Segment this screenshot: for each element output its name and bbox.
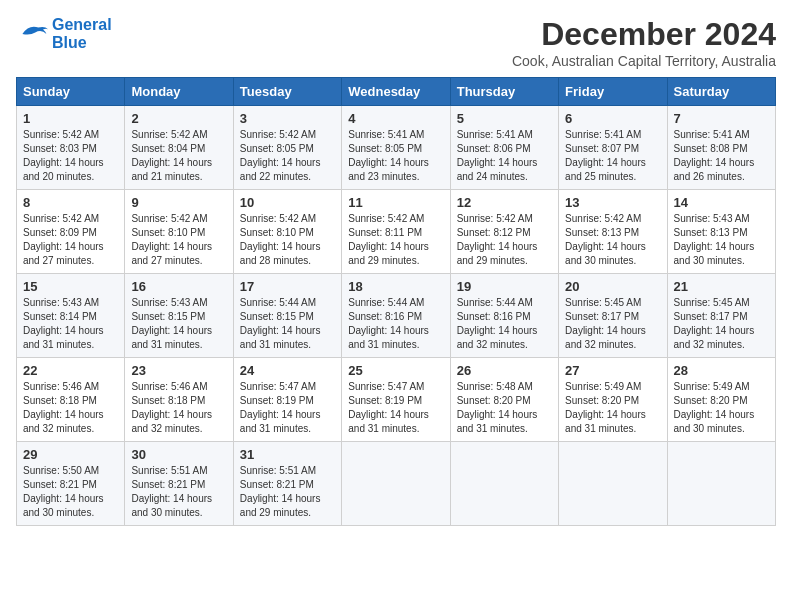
cell-info: Sunrise: 5:43 AM Sunset: 8:14 PM Dayligh… bbox=[23, 297, 104, 350]
calendar-cell: 31Sunrise: 5:51 AM Sunset: 8:21 PM Dayli… bbox=[233, 442, 341, 526]
day-number: 3 bbox=[240, 111, 335, 126]
calendar-cell: 13Sunrise: 5:42 AM Sunset: 8:13 PM Dayli… bbox=[559, 190, 667, 274]
cell-info: Sunrise: 5:42 AM Sunset: 8:10 PM Dayligh… bbox=[240, 213, 321, 266]
cell-info: Sunrise: 5:42 AM Sunset: 8:12 PM Dayligh… bbox=[457, 213, 538, 266]
calendar-cell: 14Sunrise: 5:43 AM Sunset: 8:13 PM Dayli… bbox=[667, 190, 775, 274]
cell-info: Sunrise: 5:50 AM Sunset: 8:21 PM Dayligh… bbox=[23, 465, 104, 518]
cell-info: Sunrise: 5:44 AM Sunset: 8:15 PM Dayligh… bbox=[240, 297, 321, 350]
header: General Blue December 2024 Cook, Austral… bbox=[16, 16, 776, 69]
day-header-thursday: Thursday bbox=[450, 78, 558, 106]
day-number: 19 bbox=[457, 279, 552, 294]
day-number: 27 bbox=[565, 363, 660, 378]
day-number: 24 bbox=[240, 363, 335, 378]
cell-info: Sunrise: 5:49 AM Sunset: 8:20 PM Dayligh… bbox=[565, 381, 646, 434]
calendar-cell: 3Sunrise: 5:42 AM Sunset: 8:05 PM Daylig… bbox=[233, 106, 341, 190]
day-number: 7 bbox=[674, 111, 769, 126]
calendar-cell: 19Sunrise: 5:44 AM Sunset: 8:16 PM Dayli… bbox=[450, 274, 558, 358]
subtitle: Cook, Australian Capital Territory, Aust… bbox=[512, 53, 776, 69]
day-number: 8 bbox=[23, 195, 118, 210]
calendar-cell: 20Sunrise: 5:45 AM Sunset: 8:17 PM Dayli… bbox=[559, 274, 667, 358]
month-title: December 2024 bbox=[512, 16, 776, 53]
day-number: 31 bbox=[240, 447, 335, 462]
day-number: 15 bbox=[23, 279, 118, 294]
day-number: 23 bbox=[131, 363, 226, 378]
calendar-cell: 26Sunrise: 5:48 AM Sunset: 8:20 PM Dayli… bbox=[450, 358, 558, 442]
calendar-cell: 25Sunrise: 5:47 AM Sunset: 8:19 PM Dayli… bbox=[342, 358, 450, 442]
day-number: 21 bbox=[674, 279, 769, 294]
calendar-cell: 22Sunrise: 5:46 AM Sunset: 8:18 PM Dayli… bbox=[17, 358, 125, 442]
calendar-cell bbox=[667, 442, 775, 526]
calendar-cell: 8Sunrise: 5:42 AM Sunset: 8:09 PM Daylig… bbox=[17, 190, 125, 274]
day-header-sunday: Sunday bbox=[17, 78, 125, 106]
calendar-cell: 10Sunrise: 5:42 AM Sunset: 8:10 PM Dayli… bbox=[233, 190, 341, 274]
logo-text: General Blue bbox=[52, 16, 112, 52]
cell-info: Sunrise: 5:43 AM Sunset: 8:13 PM Dayligh… bbox=[674, 213, 755, 266]
cell-info: Sunrise: 5:51 AM Sunset: 8:21 PM Dayligh… bbox=[240, 465, 321, 518]
calendar-cell bbox=[559, 442, 667, 526]
cell-info: Sunrise: 5:42 AM Sunset: 8:04 PM Dayligh… bbox=[131, 129, 212, 182]
cell-info: Sunrise: 5:42 AM Sunset: 8:13 PM Dayligh… bbox=[565, 213, 646, 266]
calendar-cell: 29Sunrise: 5:50 AM Sunset: 8:21 PM Dayli… bbox=[17, 442, 125, 526]
day-number: 28 bbox=[674, 363, 769, 378]
calendar-cell: 30Sunrise: 5:51 AM Sunset: 8:21 PM Dayli… bbox=[125, 442, 233, 526]
calendar-cell: 9Sunrise: 5:42 AM Sunset: 8:10 PM Daylig… bbox=[125, 190, 233, 274]
day-number: 26 bbox=[457, 363, 552, 378]
calendar-cell: 15Sunrise: 5:43 AM Sunset: 8:14 PM Dayli… bbox=[17, 274, 125, 358]
day-number: 10 bbox=[240, 195, 335, 210]
cell-info: Sunrise: 5:47 AM Sunset: 8:19 PM Dayligh… bbox=[240, 381, 321, 434]
cell-info: Sunrise: 5:48 AM Sunset: 8:20 PM Dayligh… bbox=[457, 381, 538, 434]
cell-info: Sunrise: 5:42 AM Sunset: 8:10 PM Dayligh… bbox=[131, 213, 212, 266]
calendar-cell: 12Sunrise: 5:42 AM Sunset: 8:12 PM Dayli… bbox=[450, 190, 558, 274]
day-header-saturday: Saturday bbox=[667, 78, 775, 106]
calendar-cell: 21Sunrise: 5:45 AM Sunset: 8:17 PM Dayli… bbox=[667, 274, 775, 358]
calendar-table: SundayMondayTuesdayWednesdayThursdayFrid… bbox=[16, 77, 776, 526]
cell-info: Sunrise: 5:43 AM Sunset: 8:15 PM Dayligh… bbox=[131, 297, 212, 350]
calendar-cell: 16Sunrise: 5:43 AM Sunset: 8:15 PM Dayli… bbox=[125, 274, 233, 358]
calendar-cell: 27Sunrise: 5:49 AM Sunset: 8:20 PM Dayli… bbox=[559, 358, 667, 442]
calendar-cell bbox=[342, 442, 450, 526]
cell-info: Sunrise: 5:42 AM Sunset: 8:03 PM Dayligh… bbox=[23, 129, 104, 182]
day-number: 5 bbox=[457, 111, 552, 126]
cell-info: Sunrise: 5:46 AM Sunset: 8:18 PM Dayligh… bbox=[131, 381, 212, 434]
cell-info: Sunrise: 5:41 AM Sunset: 8:08 PM Dayligh… bbox=[674, 129, 755, 182]
day-header-friday: Friday bbox=[559, 78, 667, 106]
cell-info: Sunrise: 5:42 AM Sunset: 8:05 PM Dayligh… bbox=[240, 129, 321, 182]
calendar-cell: 18Sunrise: 5:44 AM Sunset: 8:16 PM Dayli… bbox=[342, 274, 450, 358]
cell-info: Sunrise: 5:45 AM Sunset: 8:17 PM Dayligh… bbox=[565, 297, 646, 350]
calendar-cell: 6Sunrise: 5:41 AM Sunset: 8:07 PM Daylig… bbox=[559, 106, 667, 190]
day-header-wednesday: Wednesday bbox=[342, 78, 450, 106]
logo-icon bbox=[16, 20, 48, 48]
calendar-cell: 4Sunrise: 5:41 AM Sunset: 8:05 PM Daylig… bbox=[342, 106, 450, 190]
cell-info: Sunrise: 5:42 AM Sunset: 8:09 PM Dayligh… bbox=[23, 213, 104, 266]
calendar-cell bbox=[450, 442, 558, 526]
cell-info: Sunrise: 5:49 AM Sunset: 8:20 PM Dayligh… bbox=[674, 381, 755, 434]
cell-info: Sunrise: 5:46 AM Sunset: 8:18 PM Dayligh… bbox=[23, 381, 104, 434]
cell-info: Sunrise: 5:42 AM Sunset: 8:11 PM Dayligh… bbox=[348, 213, 429, 266]
day-number: 2 bbox=[131, 111, 226, 126]
day-number: 11 bbox=[348, 195, 443, 210]
day-header-monday: Monday bbox=[125, 78, 233, 106]
calendar-cell: 11Sunrise: 5:42 AM Sunset: 8:11 PM Dayli… bbox=[342, 190, 450, 274]
cell-info: Sunrise: 5:41 AM Sunset: 8:07 PM Dayligh… bbox=[565, 129, 646, 182]
day-number: 22 bbox=[23, 363, 118, 378]
cell-info: Sunrise: 5:45 AM Sunset: 8:17 PM Dayligh… bbox=[674, 297, 755, 350]
day-number: 16 bbox=[131, 279, 226, 294]
day-number: 12 bbox=[457, 195, 552, 210]
day-number: 4 bbox=[348, 111, 443, 126]
cell-info: Sunrise: 5:44 AM Sunset: 8:16 PM Dayligh… bbox=[457, 297, 538, 350]
calendar-cell: 1Sunrise: 5:42 AM Sunset: 8:03 PM Daylig… bbox=[17, 106, 125, 190]
cell-info: Sunrise: 5:41 AM Sunset: 8:05 PM Dayligh… bbox=[348, 129, 429, 182]
cell-info: Sunrise: 5:51 AM Sunset: 8:21 PM Dayligh… bbox=[131, 465, 212, 518]
day-number: 17 bbox=[240, 279, 335, 294]
calendar-cell: 23Sunrise: 5:46 AM Sunset: 8:18 PM Dayli… bbox=[125, 358, 233, 442]
cell-info: Sunrise: 5:41 AM Sunset: 8:06 PM Dayligh… bbox=[457, 129, 538, 182]
day-number: 1 bbox=[23, 111, 118, 126]
calendar-cell: 2Sunrise: 5:42 AM Sunset: 8:04 PM Daylig… bbox=[125, 106, 233, 190]
calendar-cell: 5Sunrise: 5:41 AM Sunset: 8:06 PM Daylig… bbox=[450, 106, 558, 190]
day-number: 25 bbox=[348, 363, 443, 378]
cell-info: Sunrise: 5:44 AM Sunset: 8:16 PM Dayligh… bbox=[348, 297, 429, 350]
day-number: 30 bbox=[131, 447, 226, 462]
calendar-cell: 28Sunrise: 5:49 AM Sunset: 8:20 PM Dayli… bbox=[667, 358, 775, 442]
day-header-tuesday: Tuesday bbox=[233, 78, 341, 106]
calendar-cell: 17Sunrise: 5:44 AM Sunset: 8:15 PM Dayli… bbox=[233, 274, 341, 358]
